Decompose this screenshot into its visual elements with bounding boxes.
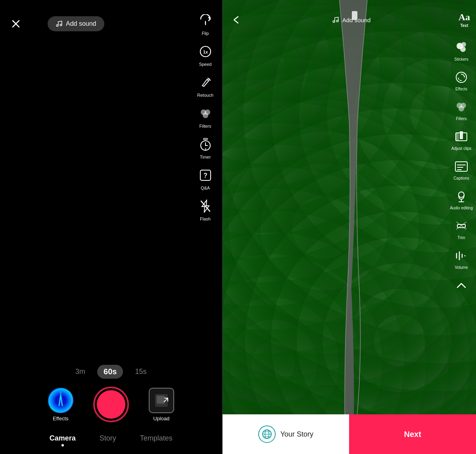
upload-button[interactable]: Upload <box>149 388 174 421</box>
filters-right-label: Filters <box>456 117 466 121</box>
your-story-label: Your Story <box>280 430 313 439</box>
filters-right-icon <box>453 99 469 115</box>
stickers-icon <box>453 40 469 56</box>
tab-templates[interactable]: Templates <box>140 434 173 446</box>
text-icon: Aa <box>459 12 470 23</box>
svg-point-7 <box>209 79 210 80</box>
upload-label: Upload <box>153 416 169 421</box>
text-tool-button[interactable]: Aa Text <box>459 12 470 28</box>
your-story-button[interactable]: Your Story <box>223 414 349 454</box>
svg-text:3: 3 <box>205 148 206 150</box>
duration-3m[interactable]: 3m <box>75 368 85 376</box>
record-button[interactable] <box>93 387 129 422</box>
audio-editing-label: Audio editing <box>450 206 473 210</box>
qa-icon: ? <box>197 167 214 184</box>
text-label: Text <box>460 23 468 28</box>
next-button[interactable]: Next <box>349 414 476 454</box>
trim-label: Trim <box>457 236 465 240</box>
video-preview <box>223 0 476 454</box>
svg-point-40 <box>459 192 464 197</box>
adjust-clips-tool[interactable]: Adjust clips <box>451 129 472 151</box>
speed-icon: 1x <box>197 43 214 60</box>
back-button[interactable] <box>228 12 244 28</box>
svg-rect-20 <box>157 396 165 404</box>
bottom-tabs: Camera Story Templates <box>0 426 222 454</box>
effects-right-tool[interactable]: Effects <box>453 69 469 91</box>
adjust-clips-icon <box>453 129 469 145</box>
qa-label: Q&A <box>201 186 210 190</box>
svg-point-3 <box>60 24 62 26</box>
left-header: Add sound Flip 1x <box>0 0 222 40</box>
bottom-action-bar: Your Story Next <box>223 414 476 454</box>
volume-tool[interactable]: Volume <box>453 248 469 270</box>
trim-icon <box>453 218 469 234</box>
effects-right-icon <box>453 69 469 85</box>
svg-rect-35 <box>456 133 459 141</box>
effects-button[interactable]: Effects <box>48 388 73 421</box>
left-panel: Add sound Flip 1x <box>0 0 222 454</box>
capture-row: Effects Upload <box>0 387 222 422</box>
svg-rect-11 <box>203 138 207 140</box>
duration-60s[interactable]: 60s <box>97 365 123 379</box>
flash-label: Flash <box>200 216 211 221</box>
svg-point-24 <box>333 21 335 23</box>
svg-text:?: ? <box>203 172 207 179</box>
retouch-label: Retouch <box>197 93 213 98</box>
filters-right-tool[interactable]: Filters <box>453 99 469 121</box>
qa-tool[interactable]: ? Q&A <box>197 167 214 190</box>
speed-label: Speed <box>199 62 212 67</box>
timer-tool[interactable]: 3 Timer <box>197 136 214 159</box>
flip-label: Flip <box>202 31 209 36</box>
svg-rect-34 <box>460 131 463 139</box>
timer-label: Timer <box>200 155 211 159</box>
right-header: Add sound Aa Text <box>223 0 476 34</box>
filters-tool[interactable]: Filters <box>197 105 214 128</box>
volume-icon <box>453 248 469 264</box>
svg-point-28 <box>460 46 466 52</box>
bottom-controls: 3m 60s 15s <box>0 365 222 422</box>
svg-point-27 <box>461 42 466 47</box>
speed-tool[interactable]: 1x Speed <box>197 43 214 67</box>
svg-text:1x: 1x <box>203 50 208 54</box>
trim-tool[interactable]: Trim <box>453 218 469 240</box>
left-tools-panel: Flip 1x Speed <box>197 12 214 221</box>
effects-label: Effects <box>53 416 69 421</box>
right-panel: Add sound Aa Text Stickers <box>223 0 476 454</box>
retouch-tool[interactable]: Retouch <box>197 74 214 98</box>
svg-point-29 <box>456 72 466 82</box>
captions-tool[interactable]: Captions <box>453 159 469 180</box>
flip-tool[interactable]: Flip <box>197 12 214 36</box>
svg-point-32 <box>459 106 464 111</box>
duration-selector: 3m 60s 15s <box>75 365 146 379</box>
flash-tool[interactable]: Flash <box>197 197 214 221</box>
captions-label: Captions <box>453 176 469 180</box>
svg-point-10 <box>203 113 208 118</box>
add-sound-button[interactable]: Add sound <box>48 16 104 31</box>
audio-editing-tool[interactable]: Audio editing <box>450 188 473 210</box>
more-tools-button[interactable] <box>453 278 469 293</box>
close-button[interactable] <box>8 16 24 32</box>
effects-icon <box>48 388 73 413</box>
tab-story[interactable]: Story <box>100 434 116 446</box>
story-globe-icon <box>258 425 276 443</box>
chevron-up-icon <box>453 278 469 293</box>
filters-label: Filters <box>200 124 211 128</box>
timer-icon: 3 <box>197 136 214 153</box>
add-sound-right-label: Add sound <box>342 17 371 23</box>
add-sound-label: Add sound <box>66 20 96 27</box>
record-inner <box>97 390 125 419</box>
upload-icon <box>149 388 174 413</box>
stickers-tool[interactable]: Stickers <box>453 40 469 61</box>
svg-point-25 <box>336 20 338 22</box>
next-label: Next <box>404 430 421 439</box>
effects-right-label: Effects <box>455 87 467 91</box>
flash-icon <box>197 197 214 215</box>
duration-15s[interactable]: 15s <box>135 368 146 376</box>
adjust-clips-label: Adjust clips <box>451 146 472 151</box>
add-sound-right-button[interactable]: Add sound <box>332 16 371 23</box>
flip-icon <box>197 12 214 29</box>
tab-camera[interactable]: Camera <box>50 434 76 446</box>
stickers-label: Stickers <box>454 57 468 61</box>
filters-icon <box>197 105 214 122</box>
retouch-icon <box>197 74 214 91</box>
